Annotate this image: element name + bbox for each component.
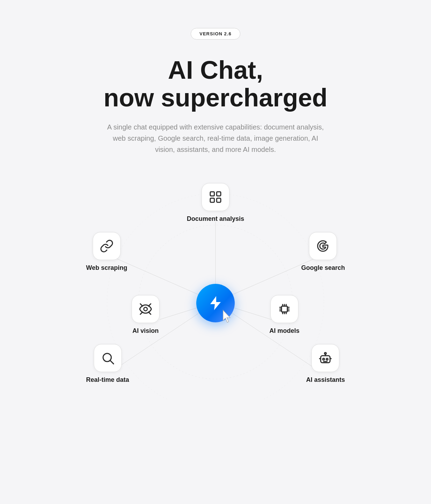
svg-point-13 — [144, 307, 147, 311]
ai-vision-icon — [139, 302, 153, 316]
feature-node-ai-models: AI models — [269, 295, 299, 335]
web-scraping-label: Web scraping — [86, 264, 127, 272]
features-diagram: Document analysis Web scraping Google se… — [76, 183, 355, 400]
google-search-label: Google search — [301, 264, 345, 272]
ai-assistants-icon-box[interactable] — [311, 344, 339, 372]
ai-vision-label: AI vision — [132, 327, 158, 335]
feature-node-ai-vision: AI vision — [132, 295, 160, 335]
svg-rect-12 — [217, 198, 221, 203]
center-action-button[interactable] — [196, 284, 235, 322]
svg-rect-14 — [282, 306, 288, 312]
document-analysis-icon-box[interactable] — [202, 183, 229, 211]
link-icon — [100, 239, 114, 253]
hero-title: AI Chat, now supercharged — [104, 56, 327, 112]
google-search-icon-box[interactable] — [309, 232, 337, 260]
ai-vision-icon-box[interactable] — [132, 295, 160, 323]
svg-rect-9 — [210, 192, 214, 196]
feature-node-realtime-data: Real-time data — [86, 344, 129, 384]
svg-rect-11 — [210, 198, 214, 203]
cursor-icon — [219, 308, 236, 325]
svg-rect-10 — [217, 192, 221, 196]
robot-icon — [318, 351, 332, 365]
ai-models-icon-box[interactable] — [270, 295, 298, 323]
ai-models-label: AI models — [269, 327, 299, 335]
svg-point-19 — [323, 358, 325, 360]
svg-point-18 — [325, 353, 326, 355]
realtime-data-label: Real-time data — [86, 376, 129, 384]
svg-line-16 — [110, 361, 113, 364]
svg-point-20 — [326, 358, 328, 360]
version-badge: VERSION 2.6 — [191, 28, 240, 40]
hero-subtitle: A single chat equipped with extensive ca… — [107, 121, 324, 155]
feature-node-google-search: Google search — [301, 232, 345, 272]
feature-node-web-scraping: Web scraping — [86, 232, 127, 272]
document-analysis-label: Document analysis — [187, 215, 244, 223]
document-scan-icon — [209, 190, 222, 204]
chip-icon — [277, 302, 291, 316]
feature-node-ai-assistants: AI assistants — [306, 344, 345, 384]
web-scraping-icon-box[interactable] — [93, 232, 121, 260]
google-icon — [316, 239, 330, 253]
feature-node-document-analysis: Document analysis — [187, 183, 244, 223]
search-icon — [101, 351, 115, 365]
ai-assistants-label: AI assistants — [306, 376, 345, 384]
realtime-data-icon-box[interactable] — [94, 344, 122, 372]
